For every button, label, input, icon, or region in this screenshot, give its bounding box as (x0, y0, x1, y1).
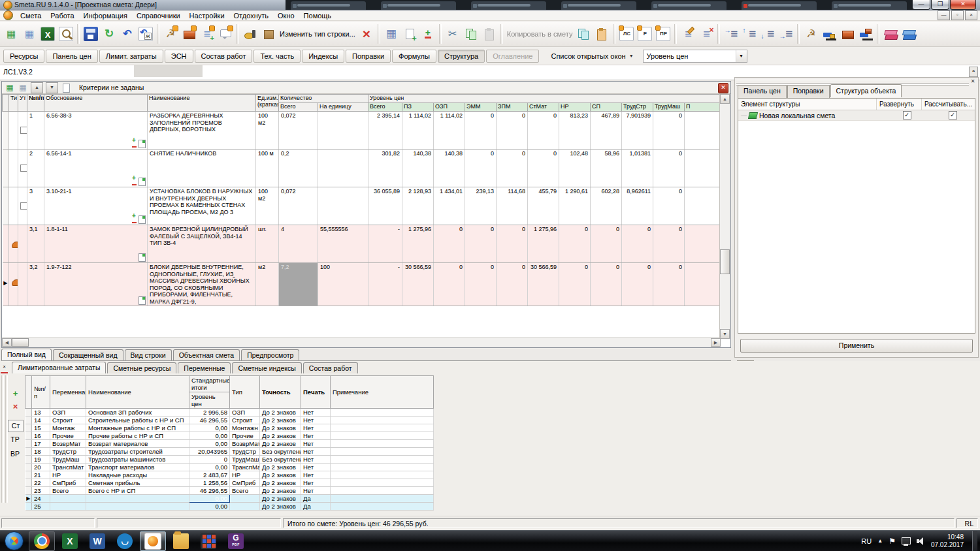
add-remove-resource-icon[interactable] (132, 139, 137, 148)
cost-cell-precision[interactable]: До 2 знаков (260, 479, 301, 487)
lcol-type[interactable]: Тип (230, 376, 260, 409)
cost-cell-type[interactable]: ТранспМат (230, 464, 260, 471)
cost-cell-variable[interactable] (50, 503, 86, 511)
col-expand[interactable]: Развернуть (877, 99, 922, 110)
cost-cell-number[interactable]: 22 (32, 479, 50, 487)
lcol-name[interactable]: Наименование (86, 376, 189, 409)
open-windows-button[interactable]: Список открытых окон▼ (547, 50, 637, 62)
col-emm[interactable]: ЭММ (465, 103, 497, 112)
col-ut[interactable]: Ут (18, 95, 27, 112)
cell-price-8[interactable]: 1,01381 (622, 150, 653, 187)
tab-esn[interactable]: ЭСН (165, 50, 193, 63)
lower-tab-work-structure[interactable]: Состав работ (303, 362, 358, 373)
edit-rows-button[interactable] (679, 24, 697, 44)
view-tab-row-view[interactable]: Вид строки (125, 349, 172, 360)
network-icon[interactable] (902, 537, 911, 544)
cell-unit[interactable]: 100 м2 (256, 187, 279, 225)
action-center-flag-icon[interactable]: ⚑ (889, 537, 896, 546)
resources-button[interactable] (161, 24, 180, 44)
col-qty-total[interactable]: Всего (279, 103, 318, 112)
cost-cell-name[interactable]: Всего с НР и СП (86, 487, 189, 495)
cost-row[interactable]: 16ПрочиеПрочие работы с НР и СП0,00Прочи… (25, 432, 434, 440)
cost-cell-precision[interactable]: До 2 знаков (260, 471, 301, 479)
cost-cell-number[interactable]: 20 (32, 464, 50, 471)
taskbar-excel-button[interactable]: X (57, 532, 82, 550)
machines-catalog-button[interactable] (820, 24, 838, 44)
cell-price-3[interactable]: 0 (465, 112, 497, 150)
cost-cell-print[interactable]: Нет (301, 448, 331, 456)
menu-spravochniki[interactable]: Справочники (132, 11, 185, 20)
search-button[interactable] (57, 24, 75, 44)
cell-price-5[interactable]: 0 (528, 112, 559, 150)
cell-number[interactable]: 1 (27, 112, 44, 150)
normative-base-button[interactable] (881, 24, 900, 44)
add-remove-resource-icon[interactable] (132, 215, 137, 224)
expand-checkbox[interactable]: ✓ (903, 111, 911, 119)
cell-qty-total[interactable]: 7,2 (279, 263, 318, 306)
lcol-note[interactable]: Примечание (331, 376, 434, 409)
col-price-total[interactable]: Всего (368, 103, 402, 112)
row-marker-cell[interactable]: ▶ (3, 263, 9, 306)
taskbar-windows-start-button[interactable] (1, 532, 26, 550)
cost-cell-variable[interactable]: ТрудМаш (50, 456, 86, 464)
cell-price-4[interactable]: 0 (497, 112, 528, 150)
lower-tab-estimate-indexes[interactable]: Сметные индексы (232, 362, 301, 373)
cost-cell-number[interactable]: 13 (32, 409, 50, 417)
hidden-icons-icon[interactable]: ▲ (877, 538, 883, 544)
calculate-checkbox[interactable]: ✓ (949, 111, 957, 119)
taskbar-smeta-button[interactable] (140, 531, 166, 551)
row-document-icon[interactable] (139, 253, 146, 262)
cost-cell-type[interactable] (230, 495, 260, 503)
cost-row[interactable]: 13ОЗПОсновная ЗП рабочих2 996,58ОЗПДо 2 … (25, 409, 434, 417)
cell-price-0[interactable]: 2 395,14 (368, 112, 402, 150)
cost-cell-print[interactable]: Нет (301, 440, 331, 448)
rail-button-st[interactable]: Ст (8, 420, 24, 432)
change-row-type-button[interactable]: Изменить тип строки... (278, 24, 357, 44)
cell-unit[interactable]: м2 (256, 263, 279, 306)
row-document-icon[interactable] (139, 296, 146, 305)
cost-cell-number[interactable]: 21 (32, 471, 50, 479)
cost-cell-number[interactable]: 16 (32, 432, 50, 440)
cost-cell-name[interactable]: Возврат материалов (86, 440, 189, 448)
cell-name[interactable]: БЛОКИ ДВЕРНЫЕ ВНУТРЕННИЕ, ОДНОПОЛЬНЫЕ, Г… (148, 263, 256, 306)
cost-cell-number[interactable]: 23 (32, 487, 50, 495)
row-checkbox[interactable] (20, 202, 27, 210)
cell-price-2[interactable]: 140,38 (434, 150, 465, 187)
col-name[interactable]: Наименование (148, 95, 256, 112)
cell-justification[interactable]: 1.8-1-11 (44, 225, 148, 263)
lcol-variable[interactable]: Переменная (50, 376, 86, 409)
cost-cell-name[interactable]: Сметная прибыль (86, 479, 189, 487)
cost-cell-note[interactable] (331, 479, 434, 487)
estimate-row[interactable]: 33.10-21-1УСТАНОВКА БЛОКОВ В НАРУЖНЫХ И … (3, 187, 720, 225)
mdi-minimize-button[interactable]: — (938, 10, 950, 20)
cell-price-2[interactable]: 0 (434, 225, 465, 263)
price-base-button[interactable] (900, 24, 918, 44)
view-tab-short-view[interactable]: Сокращенный вид (53, 349, 123, 360)
cost-cell-name[interactable]: Прочие работы с НР и СП (86, 432, 189, 440)
cost-cell-variable[interactable]: ОЗП (50, 409, 86, 417)
lcol-precision[interactable]: Точность (260, 376, 301, 409)
cell-price-3[interactable]: 239,13 (465, 187, 497, 225)
cost-cell-name[interactable] (86, 503, 189, 511)
cell-price-1[interactable]: 30 566,59 (402, 263, 434, 306)
lower-tab-estimate-resources[interactable]: Сметные ресурсы (107, 362, 176, 373)
cell-number[interactable]: 3,1 (27, 225, 44, 263)
row-marker-cell[interactable] (3, 112, 9, 150)
criteria-close-button[interactable]: ✕ (718, 83, 728, 93)
wages-button[interactable] (241, 24, 259, 44)
cost-cell-print[interactable]: Нет (301, 432, 331, 440)
cell-qty-total[interactable]: 4 (279, 225, 318, 263)
cost-cell-name[interactable] (86, 495, 189, 503)
tree-view-button[interactable] (2, 24, 20, 44)
cell-price-8[interactable]: 8,962611 (622, 187, 653, 225)
cost-cell-print[interactable]: Нет (301, 464, 331, 471)
cost-cell-value[interactable]: 20,043965 (189, 448, 230, 456)
cost-cell-note[interactable] (331, 424, 434, 432)
cost-cell-note[interactable] (331, 456, 434, 464)
cost-cell-type[interactable]: Прочие (230, 432, 260, 440)
cell-price-1[interactable]: 1 114,02 (402, 112, 434, 150)
cell-number[interactable]: 2 (27, 150, 44, 187)
cell-justification[interactable]: 6.56-38-3 (44, 112, 148, 150)
cost-cell-note[interactable] (331, 417, 434, 424)
volume-icon[interactable] (917, 537, 925, 545)
